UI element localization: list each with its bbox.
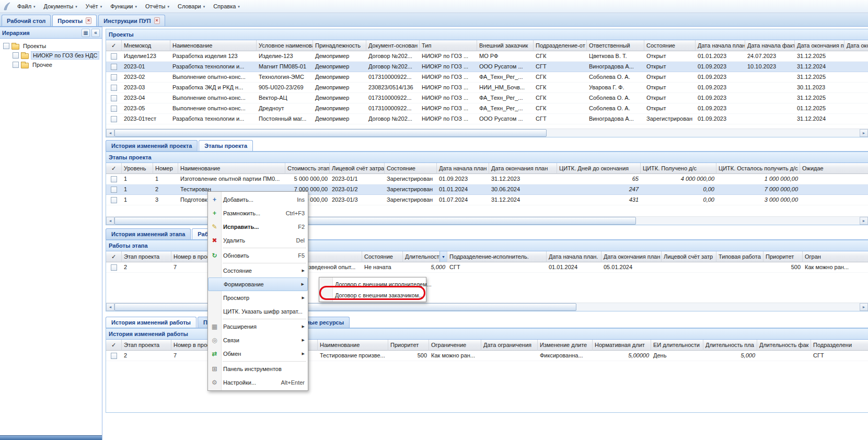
table-row[interactable]: 11Изготовление опытной партии ПМ0...5 00… (106, 174, 868, 184)
tree-checkbox[interactable] (13, 52, 19, 59)
column-header[interactable]: Номер (153, 163, 178, 174)
menubar-item[interactable]: Функции▾ (106, 0, 141, 13)
menubar-item[interactable]: Учёт▾ (82, 0, 106, 13)
scroll-thumb[interactable] (114, 217, 636, 225)
menu-item[interactable]: ⇄Обмен▶ (208, 347, 308, 361)
menu-item[interactable]: +Добавить...Ins (208, 193, 308, 206)
column-header[interactable]: ЦИТК. Осталось получить д/с (716, 163, 800, 174)
menu-item[interactable]: ▦Расширения▶ (208, 320, 308, 333)
column-header[interactable]: Лицевой счёт затрат (330, 163, 385, 174)
row-checkbox[interactable] (111, 264, 117, 271)
column-header[interactable]: Длительность фак (757, 340, 811, 351)
row-checkbox[interactable] (111, 74, 117, 80)
column-header[interactable]: Огран (803, 251, 868, 262)
menu-item[interactable]: ✎Исправить...F2 (208, 220, 308, 234)
submenu-item[interactable]: Договор с внешним исполнителем... (319, 279, 426, 290)
column-header[interactable]: Стоимость этапа (285, 163, 330, 174)
column-header[interactable]: Дата окончания план (601, 251, 662, 262)
scroll-right-icon[interactable]: ► (860, 129, 868, 137)
row-checkbox[interactable] (111, 95, 117, 101)
table-row[interactable]: 2023-03Разработка ЭКД и РКД н...905-U020… (106, 83, 868, 93)
column-header[interactable]: Этап проекта (122, 340, 171, 351)
menu-item[interactable]: Формирование▶ (208, 277, 308, 291)
grid-view-icon[interactable]: ▦ (82, 29, 90, 37)
column-header[interactable]: Лицевой счёт затр (662, 251, 716, 262)
tree-node[interactable]: Проекты (1, 41, 101, 51)
menubar-item[interactable]: Отчёты▾ (141, 0, 173, 13)
column-header[interactable]: Дата начала план. (547, 251, 601, 262)
menu-item[interactable]: ⊞Панель инструментов (208, 362, 308, 376)
column-header[interactable]: Дата начала план. (696, 40, 745, 51)
column-header[interactable]: Дата начала план (437, 163, 489, 174)
row-checkbox[interactable] (111, 106, 117, 112)
column-header[interactable]: Приоритет (763, 251, 803, 262)
scroll-left-icon[interactable]: ◄ (106, 217, 114, 225)
column-header[interactable]: Ожидае (800, 163, 868, 174)
column-header[interactable]: Тип (420, 40, 477, 51)
column-header[interactable]: Состояние (644, 40, 696, 51)
column-header[interactable]: Подразделение-исполнитель. (447, 251, 547, 262)
column-header[interactable]: Типовая работа (716, 251, 763, 262)
scroll-right-icon[interactable]: ► (860, 217, 868, 225)
document-tab[interactable]: Проекты× (52, 15, 97, 26)
menu-item[interactable]: +Размножить...Ctrl+F3 (208, 206, 308, 220)
menu-item[interactable]: ◎Связи▶ (208, 333, 308, 347)
tree-checkbox[interactable] (13, 62, 19, 68)
column-header[interactable]: Документ-основан (366, 40, 420, 51)
column-header[interactable]: Дата окончания план (489, 163, 557, 174)
column-header[interactable]: Условное наименова (257, 40, 313, 51)
column-header[interactable]: Длительность план.▼ (403, 251, 447, 262)
column-header[interactable]: Состояние (362, 251, 403, 262)
table-row[interactable]: 2023-04Выполнение опытно-конс...Вектор-А… (106, 93, 868, 103)
scroll-thumb[interactable] (114, 303, 576, 311)
column-header[interactable]: Наименование (318, 340, 388, 351)
column-header[interactable]: Уровень (122, 163, 153, 174)
column-header[interactable]: Нормативная длит (593, 340, 651, 351)
projects-hscrollbar[interactable]: ◄ ► (106, 129, 868, 137)
menu-item[interactable]: ЦИТК. Указать шифр затрат... (208, 305, 308, 318)
column-header[interactable]: ✓ (106, 251, 122, 262)
table-row[interactable]: 2023-01Разработка технологии и...Магнит … (106, 62, 868, 72)
tab-close-icon[interactable]: × (86, 17, 91, 24)
tree-node[interactable]: Прочее (1, 60, 101, 70)
row-checkbox[interactable] (111, 53, 117, 60)
scroll-left-icon[interactable]: ◄ (106, 303, 114, 311)
column-header[interactable]: ЕИ длительности (651, 340, 703, 351)
column-header[interactable]: Наименование (178, 163, 285, 174)
menu-item[interactable]: ↻ОбновитьF5 (208, 249, 308, 262)
tab[interactable]: История изменений проекта (106, 140, 198, 151)
column-header[interactable]: ЦИТК. Получено д/с (641, 163, 716, 174)
column-header[interactable]: Внешний заказчик (477, 40, 534, 51)
column-header[interactable]: ЦИТК. Дней до окончания (557, 163, 641, 174)
tab[interactable]: История изменений этапа (106, 228, 191, 239)
column-header[interactable]: Подразделение-от (534, 40, 587, 51)
table-row[interactable]: Изделие123Разработка изделия 123Изделие-… (106, 51, 868, 62)
tab-close-icon[interactable]: × (154, 17, 160, 24)
menubar-item[interactable]: Словари▾ (173, 0, 209, 13)
column-header[interactable]: Принадлежность (313, 40, 366, 51)
menu-item[interactable]: Состояние▶ (208, 264, 308, 277)
row-checkbox[interactable] (111, 116, 117, 122)
table-row[interactable]: 2023-01тестРазработка технологии и...Пос… (106, 114, 868, 124)
column-header[interactable]: Дата начала факт. (745, 40, 795, 51)
column-menu-icon[interactable]: ▼ (439, 251, 447, 262)
column-header[interactable]: Мнемокод (122, 40, 170, 51)
menu-item[interactable]: Просмотр▶ (208, 291, 308, 305)
scroll-right-icon[interactable]: ► (860, 303, 868, 311)
row-checkbox[interactable] (111, 187, 117, 193)
column-header[interactable]: Изменение длите (538, 340, 593, 351)
menubar-item[interactable]: Файл▾ (13, 0, 40, 13)
column-header[interactable]: ✓ (106, 163, 122, 174)
column-header[interactable]: Наименование (170, 40, 257, 51)
row-checkbox[interactable] (111, 197, 117, 203)
submenu-item[interactable]: Договор с внешним заказчиком... (319, 290, 426, 300)
column-header[interactable]: ✓ (106, 40, 122, 51)
row-checkbox[interactable] (111, 353, 117, 359)
row-checkbox[interactable] (111, 64, 117, 70)
scroll-thumb[interactable] (114, 129, 547, 137)
scroll-left-icon[interactable]: ◄ (106, 129, 114, 137)
tab[interactable]: История изменений работы (106, 317, 196, 328)
document-tab[interactable]: Рабочий стол (2, 15, 51, 26)
menu-item[interactable]: ⚙Настройки...Alt+Enter (208, 376, 308, 389)
column-header[interactable]: Длительность пла (703, 340, 757, 351)
